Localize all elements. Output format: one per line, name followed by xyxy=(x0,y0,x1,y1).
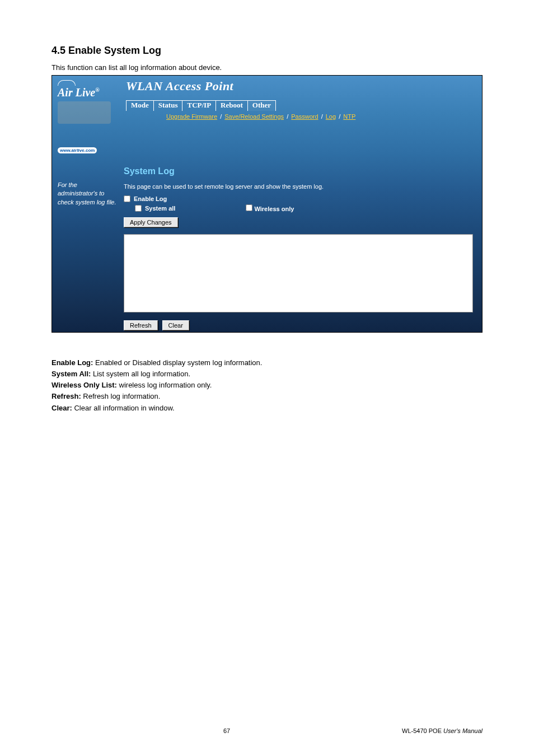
subnav-links: Upgrade Firmware / Save/Reload Settings … xyxy=(166,113,482,120)
desc-term: Wireless Only List: xyxy=(51,381,117,389)
subnav-ntp[interactable]: NTP xyxy=(343,113,355,120)
page-footer: 67 WL-5470 POE User's Manual xyxy=(51,727,483,751)
desc-text: Refresh log information. xyxy=(81,392,161,400)
registered-icon: ® xyxy=(95,87,99,93)
page-number: 67 xyxy=(51,727,402,734)
tab-status[interactable]: Status xyxy=(153,100,182,111)
page-subtitle: System Log xyxy=(124,166,473,176)
wlan-title: WLAN Access Point xyxy=(126,79,482,94)
desc-text: List system all log information. xyxy=(91,370,190,378)
subnav-upgrade-firmware[interactable]: Upgrade Firmware xyxy=(166,113,217,120)
desc-term: System All: xyxy=(51,370,91,378)
subnav-sep: / xyxy=(321,113,323,120)
system-all-label: System all xyxy=(145,205,175,212)
wireless-only-label: Wireless only xyxy=(254,206,294,212)
airlive-logo-text: Air Live xyxy=(58,86,95,99)
subnav-sep: / xyxy=(339,113,340,120)
apply-changes-button[interactable]: Apply Changes xyxy=(124,217,178,227)
subnav-save-reload[interactable]: Save/Reload Settings xyxy=(224,113,284,120)
desc-text: Clear all information in window. xyxy=(72,404,175,412)
sidebar-help-text: For the administrator's to check system … xyxy=(52,166,124,330)
subnav-sep: / xyxy=(220,113,222,120)
section-intro: This function can list all log informati… xyxy=(51,63,483,72)
logo-area: Air Live® www.airlive.com xyxy=(52,76,124,158)
nav-tabs: Mode Status TCP/IP Reboot Other xyxy=(126,100,482,111)
section-title: 4.5 Enable System Log xyxy=(51,45,483,57)
desc-enable-log: Enable Log: Enabled or Disabled display … xyxy=(51,357,483,368)
logo-image-placeholder xyxy=(58,101,111,124)
router-admin-screenshot: Air Live® www.airlive.com WLAN Access Po… xyxy=(51,75,483,333)
url-pill[interactable]: www.airlive.com xyxy=(58,147,97,153)
subnav-log[interactable]: Log xyxy=(326,113,336,120)
subnav-password[interactable]: Password xyxy=(291,113,318,120)
desc-term: Enable Log: xyxy=(51,358,93,367)
field-descriptions: Enable Log: Enabled or Disabled display … xyxy=(51,357,483,414)
subnav-sep: / xyxy=(287,113,288,120)
tab-other[interactable]: Other xyxy=(247,100,276,111)
tab-reboot[interactable]: Reboot xyxy=(216,100,247,111)
desc-text: Enabled or Disabled display system log i… xyxy=(93,358,262,367)
desc-refresh: Refresh: Refresh log information. xyxy=(51,391,483,402)
desc-system-all: System All: List system all log informat… xyxy=(51,368,483,380)
airlive-logo: Air Live® xyxy=(58,87,118,98)
desc-term: Refresh: xyxy=(51,392,81,400)
model-name: WL-5470 POE xyxy=(402,727,443,734)
enable-log-label: Enable Log xyxy=(134,195,167,202)
enable-log-checkbox[interactable] xyxy=(124,195,130,202)
desc-clear: Clear: Clear all information in window. xyxy=(51,403,483,414)
tab-tcpip[interactable]: TCP/IP xyxy=(182,100,216,111)
wireless-only-checkbox[interactable] xyxy=(246,204,252,211)
users-manual-label: User's Manual xyxy=(443,727,483,734)
main-content: System Log This page can be used to set … xyxy=(124,166,482,330)
logo-arc-icon xyxy=(58,80,76,86)
manual-title: WL-5470 POE User's Manual xyxy=(402,727,483,734)
tab-mode[interactable]: Mode xyxy=(126,100,153,111)
page-description: This page can be used to set remote log … xyxy=(124,183,473,190)
desc-text: wireless log information only. xyxy=(117,381,212,389)
system-all-checkbox[interactable] xyxy=(135,205,142,212)
log-output-textarea[interactable] xyxy=(124,234,473,312)
desc-term: Clear: xyxy=(51,404,72,412)
refresh-button[interactable]: Refresh xyxy=(124,320,158,330)
desc-wireless-only: Wireless Only List: wireless log informa… xyxy=(51,380,483,391)
clear-button[interactable]: Clear xyxy=(162,320,189,330)
